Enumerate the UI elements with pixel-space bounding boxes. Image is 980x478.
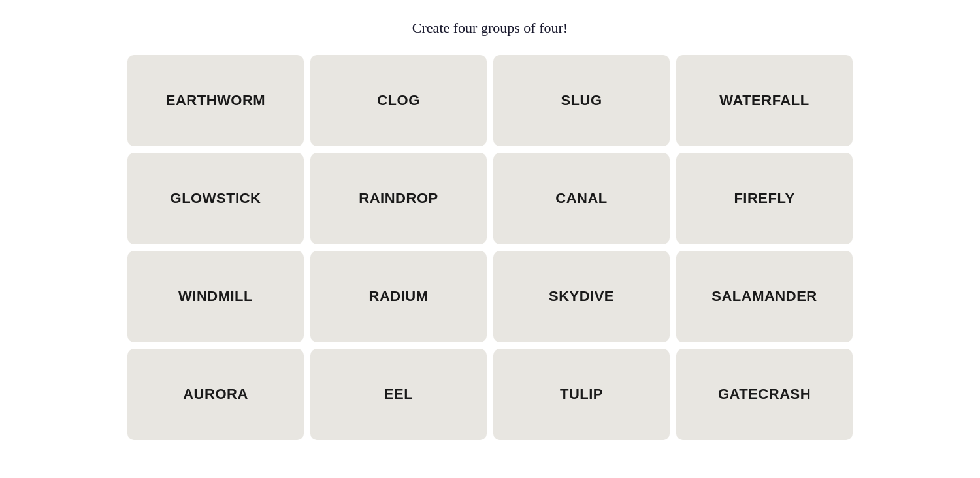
card-clog[interactable]: CLOG <box>310 55 487 146</box>
card-windmill[interactable]: WINDMILL <box>127 251 304 342</box>
card-label-waterfall: WATERFALL <box>719 92 809 109</box>
card-aurora[interactable]: AURORA <box>127 349 304 440</box>
card-label-radium: RADIUM <box>369 288 429 305</box>
card-gatecrash[interactable]: GATECRASH <box>676 349 853 440</box>
card-label-gatecrash: GATECRASH <box>718 386 811 403</box>
card-slug[interactable]: SLUG <box>493 55 670 146</box>
card-label-canal: CANAL <box>555 190 608 207</box>
card-canal[interactable]: CANAL <box>493 153 670 244</box>
card-eel[interactable]: EEL <box>310 349 487 440</box>
card-label-earthworm: EARTHWORM <box>166 92 265 109</box>
card-salamander[interactable]: SALAMANDER <box>676 251 853 342</box>
card-label-tulip: TULIP <box>560 386 603 403</box>
card-label-salamander: SALAMANDER <box>711 288 817 305</box>
card-radium[interactable]: RADIUM <box>310 251 487 342</box>
card-glowstick[interactable]: GLOWSTICK <box>127 153 304 244</box>
card-tulip[interactable]: TULIP <box>493 349 670 440</box>
card-skydive[interactable]: SKYDIVE <box>493 251 670 342</box>
subtitle: Create four groups of four! <box>412 20 568 37</box>
card-label-firefly: FIREFLY <box>734 190 794 207</box>
card-label-aurora: AURORA <box>183 386 248 403</box>
card-raindrop[interactable]: RAINDROP <box>310 153 487 244</box>
card-label-eel: EEL <box>384 386 413 403</box>
card-label-skydive: SKYDIVE <box>549 288 614 305</box>
card-label-raindrop: RAINDROP <box>359 190 438 207</box>
card-label-clog: CLOG <box>377 92 420 109</box>
word-grid: EARTHWORMCLOGSLUGWATERFALLGLOWSTICKRAIND… <box>127 55 853 440</box>
card-waterfall[interactable]: WATERFALL <box>676 55 853 146</box>
card-label-slug: SLUG <box>561 92 602 109</box>
card-label-glowstick: GLOWSTICK <box>171 190 261 207</box>
card-firefly[interactable]: FIREFLY <box>676 153 853 244</box>
card-earthworm[interactable]: EARTHWORM <box>127 55 304 146</box>
card-label-windmill: WINDMILL <box>178 288 253 305</box>
